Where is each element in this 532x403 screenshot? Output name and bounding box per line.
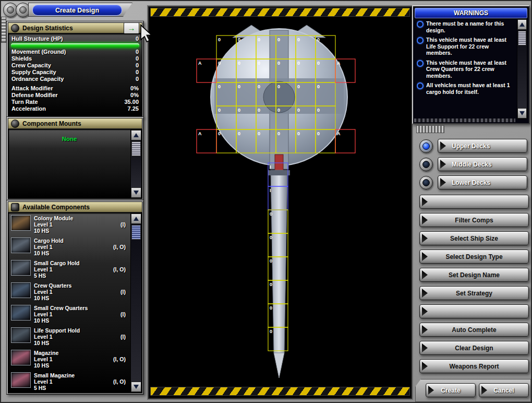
stat-label: Ordnance Capacity bbox=[11, 76, 64, 82]
scroll-up-button[interactable] bbox=[517, 19, 527, 30]
stat-row-hull-structure-hp: Hull Structure (HP)0 bbox=[8, 35, 142, 42]
component-mounts-scrollbar[interactable] bbox=[130, 129, 142, 198]
warning-item: This vehicle must have at least Life Sup… bbox=[417, 37, 514, 56]
scroll-thumb[interactable] bbox=[131, 225, 141, 240]
component-size: 10 HS bbox=[34, 250, 129, 256]
stat-value: 0 bbox=[136, 76, 139, 82]
mouse-cursor-icon bbox=[139, 24, 156, 44]
down-arrow-icon bbox=[134, 385, 139, 389]
create-button-label: Create bbox=[441, 387, 460, 394]
scroll-down-button[interactable] bbox=[517, 108, 527, 118]
decorative-knob-icon bbox=[16, 3, 30, 17]
clear-design-button[interactable]: Clear Design bbox=[419, 341, 529, 355]
cancel-button-label: Cancel bbox=[493, 387, 514, 394]
available-components-list[interactable]: Colony ModuleLevel 1(I)10 HSCargo HoldLe… bbox=[8, 213, 130, 393]
component-slots: (I, O) bbox=[113, 266, 126, 272]
scroll-up-button[interactable] bbox=[131, 130, 141, 140]
scroll-up-button[interactable] bbox=[131, 214, 141, 224]
component-size: 5 HS bbox=[34, 272, 129, 279]
cancel-button[interactable]: Cancel bbox=[479, 383, 529, 397]
deck-button-lower-decks[interactable]: Lower Decks bbox=[438, 175, 527, 189]
slot-label: 0 bbox=[277, 61, 280, 66]
warning-text: All vehicles must have at least 1 cargo … bbox=[426, 82, 514, 95]
available-components-scrollbar[interactable] bbox=[130, 213, 142, 393]
component-item-cargo-hold[interactable]: Cargo HoldLevel 1(I, O)10 HS bbox=[8, 235, 130, 258]
deck-radio-lower-decks[interactable] bbox=[419, 176, 433, 189]
design-statistics-title: Design Statistics bbox=[22, 25, 73, 32]
slot-label: 0 bbox=[297, 131, 300, 136]
component-item-life-support-hold[interactable]: Life Support HoldLevel 1(I)10 HS bbox=[8, 325, 130, 348]
weapons-report-button[interactable]: Weapons Report bbox=[419, 359, 529, 373]
slot-label: 0 bbox=[297, 84, 300, 89]
select-design-type-button[interactable]: Select Design Type bbox=[419, 250, 529, 264]
component-item-small-magazine[interactable]: Small MagazineLevel 1(I, O)5 HS bbox=[8, 370, 130, 393]
small-magazine-icon bbox=[11, 372, 31, 388]
slot-label: 0 bbox=[277, 37, 280, 42]
component-name: Life Support Hold bbox=[34, 327, 129, 334]
component-mounts-body: None bbox=[8, 129, 142, 199]
component-item-magazine[interactable]: MagazineLevel 1(I, O)10 HS bbox=[8, 348, 130, 370]
deck-button-upper-decks[interactable]: Upper Decks bbox=[438, 139, 527, 153]
warnings-scrollbar[interactable] bbox=[517, 19, 527, 119]
ship-design-view[interactable]: 000000000000000000000000000000AAAAII0000… bbox=[149, 18, 411, 379]
design-report-button[interactable]: → bbox=[124, 22, 139, 34]
slot-label: 0 bbox=[218, 108, 221, 113]
slot-label: 0 bbox=[258, 84, 260, 89]
deck-button-middle-decks[interactable]: Middle Decks bbox=[438, 157, 527, 171]
slot-label: 0 bbox=[270, 258, 272, 264]
component-mounts-panel: Component Mounts None bbox=[6, 116, 144, 200]
blank-button[interactable] bbox=[419, 304, 529, 318]
component-text: Cargo HoldLevel 1(I, O)10 HS bbox=[34, 238, 129, 258]
slot-label: 0 bbox=[297, 37, 300, 42]
set-strategy-button[interactable]: Set Strategy bbox=[419, 286, 529, 300]
component-item-small-cargo-hold[interactable]: Small Cargo HoldLevel 1(I, O)5 HS bbox=[8, 258, 130, 280]
component-item-small-crew-quarters[interactable]: Small Crew QuartersLevel 1(I)10 HS bbox=[8, 303, 130, 325]
cargo-hold-icon bbox=[11, 238, 31, 253]
component-item-crew-quarters[interactable]: Crew QuartersLevel 1(I)10 HS bbox=[8, 280, 130, 303]
create-button[interactable]: Create bbox=[426, 383, 476, 397]
create-design-window: Create Design Design Statistics → Hull S… bbox=[0, 0, 532, 403]
scroll-down-button[interactable] bbox=[131, 382, 141, 392]
slot-label: 0 bbox=[277, 108, 280, 113]
stat-value: 0% bbox=[130, 92, 139, 99]
select-ship-size-button[interactable]: Select Ship Size bbox=[419, 231, 529, 245]
component-text: Small Cargo HoldLevel 1(I, O)5 HS bbox=[34, 260, 129, 280]
slot-label: 0 bbox=[218, 131, 221, 136]
stat-label: Movement (Ground) bbox=[11, 49, 66, 55]
scroll-track[interactable] bbox=[517, 30, 527, 108]
scroll-thumb[interactable] bbox=[131, 141, 141, 156]
scroll-track[interactable] bbox=[131, 140, 141, 187]
stat-row-crew-capacity: Crew Capacity0 bbox=[8, 62, 142, 69]
component-text: Crew QuartersLevel 1(I)10 HS bbox=[34, 282, 129, 303]
button-label: Set Design Name bbox=[449, 271, 500, 279]
deck-radio-upper-decks[interactable] bbox=[419, 139, 433, 153]
scroll-thumb[interactable] bbox=[518, 31, 526, 45]
component-name: Small Crew Quarters bbox=[34, 305, 129, 311]
stat-row-attack-modifier: Attack Modifier0% bbox=[8, 85, 142, 92]
mounts-icon bbox=[11, 120, 19, 128]
filter-comps-button[interactable]: Filter Comps bbox=[419, 213, 529, 227]
slot-label: 0 bbox=[317, 84, 320, 89]
warning-text: This vehicle must have at least Life Sup… bbox=[426, 37, 514, 56]
component-item-colony-module[interactable]: Colony ModuleLevel 1(I)10 HS bbox=[8, 213, 130, 235]
component-level: Level 1 bbox=[34, 244, 53, 250]
deck-radio-middle-decks[interactable] bbox=[419, 158, 433, 171]
warnings-header: WARNINGS bbox=[415, 8, 527, 18]
scroll-down-button[interactable] bbox=[131, 187, 141, 198]
auto-complete-button[interactable]: Auto Complete bbox=[419, 323, 529, 337]
mount-item-none[interactable]: None bbox=[8, 129, 130, 142]
warnings-panel: WARNINGS There must be a name for this d… bbox=[412, 5, 530, 124]
component-level-line: Level 1(I, O) bbox=[34, 356, 129, 362]
stat-value: 0 bbox=[136, 69, 139, 76]
warning-text: There must be a name for this design. bbox=[426, 20, 514, 33]
set-design-name-button[interactable]: Set Design Name bbox=[419, 268, 529, 282]
blank-button[interactable] bbox=[419, 195, 529, 209]
available-components-body: Colony ModuleLevel 1(I)10 HSCargo HoldLe… bbox=[8, 212, 142, 393]
component-text: Life Support HoldLevel 1(I)10 HS bbox=[34, 327, 129, 348]
slot-label: 0 bbox=[277, 84, 280, 89]
stat-value: 35.00 bbox=[124, 99, 139, 105]
component-name: Cargo Hold bbox=[34, 238, 129, 244]
scroll-track[interactable] bbox=[131, 224, 141, 382]
component-mounts-list[interactable]: None bbox=[8, 129, 130, 198]
slot-label: A bbox=[337, 131, 341, 136]
